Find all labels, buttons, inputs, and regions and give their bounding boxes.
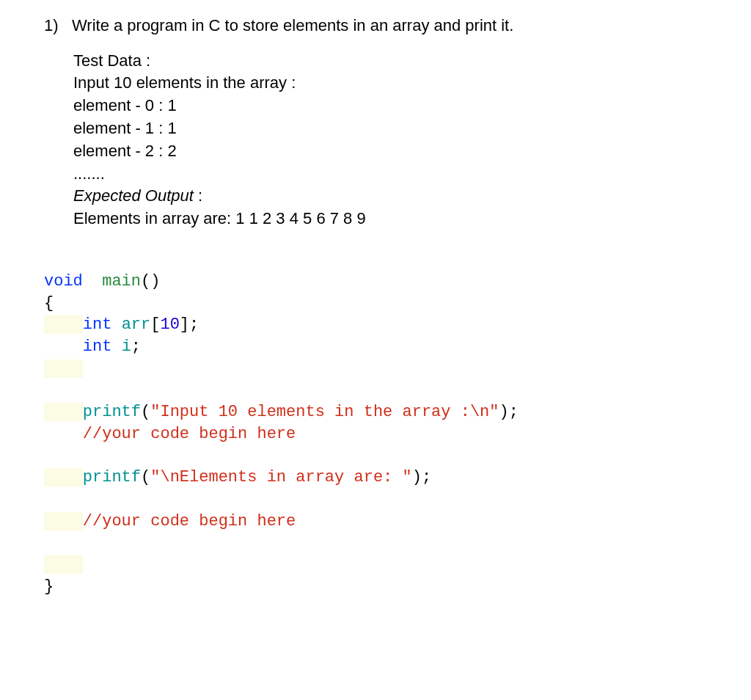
question-title: 1) Write a program in C to store element… — [44, 15, 707, 37]
question-text: Write a program in C to store elements i… — [72, 16, 513, 34]
brace-close: } — [44, 577, 54, 596]
paren-close: ); — [412, 468, 431, 486]
paren-open: ( — [141, 468, 150, 486]
question-number: 1) — [44, 16, 59, 34]
num-10: 10 — [160, 316, 179, 334]
bracket-open: [ — [150, 316, 160, 334]
paren-close: ); — [499, 403, 519, 421]
expected-output-label: Expected Output — [73, 186, 194, 205]
keyword-void: void — [44, 272, 83, 291]
input-label: Input 10 elements in the array : — [73, 72, 707, 95]
keyword-int: int — [83, 316, 112, 334]
test-data-label: Test Data : — [73, 50, 707, 73]
function-main: main — [102, 272, 141, 291]
var-arr: arr — [122, 316, 151, 334]
bracket-close: ]; — [180, 316, 199, 334]
semicolon: ; — [131, 338, 141, 356]
expected-output-line: Expected Output : — [73, 185, 707, 208]
keyword-int: int — [83, 338, 112, 356]
code-block: void main() { int arr[10]; int i; printf… — [44, 271, 707, 597]
expected-output: Elements in array are: 1 1 2 3 4 5 6 7 8… — [73, 208, 707, 230]
string-literal: "Input 10 elements in the array :\n" — [150, 403, 499, 421]
dots: ....... — [73, 163, 707, 186]
string-literal: "\nElements in array are: " — [150, 468, 411, 486]
fn-printf: printf — [83, 403, 141, 421]
question-block: 1) Write a program in C to store element… — [44, 15, 707, 230]
paren-open: ( — [141, 403, 150, 421]
var-i: i — [122, 338, 131, 356]
comment: //your code begin here — [83, 512, 296, 531]
document-container: 1) Write a program in C to store element… — [0, 0, 751, 612]
element-line: element - 2 : 2 — [73, 140, 707, 163]
parens: () — [141, 272, 160, 291]
expected-colon: : — [194, 186, 202, 205]
fn-printf: printf — [83, 468, 141, 486]
element-line: element - 1 : 1 — [73, 117, 707, 140]
element-line: element - 0 : 1 — [73, 95, 707, 117]
comment: //your code begin here — [83, 425, 296, 443]
test-data: Test Data : Input 10 elements in the arr… — [44, 50, 707, 230]
brace-open: { — [44, 294, 54, 313]
